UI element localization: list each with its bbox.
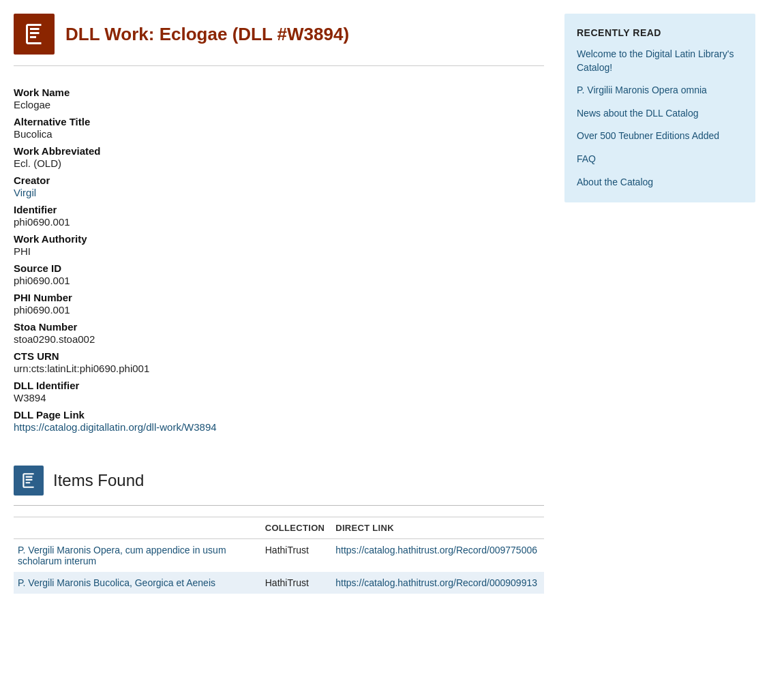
recently-read-list: Welcome to the Digital Latin Library's C… [577,48,743,189]
dll-identifier-label: DLL Identifier [14,380,544,391]
phi-number-label: PHI Number [14,292,544,303]
row-title: P. Vergili Maronis Opera, cum appendice … [14,539,261,573]
recently-read-item: P. Virgilii Maronis Opera omnia [577,84,743,97]
recently-read-link[interactable]: P. Virgilii Maronis Opera omnia [577,85,707,95]
book-svg [22,22,46,46]
items-header: Items Found [14,459,544,496]
cts-urn-row: CTS URN urn:cts:latinLit:phi0690.phi001 [14,350,544,374]
row-direct-link: https://catalog.hathitrust.org/Record/00… [331,539,544,573]
recently-read-title: RECENTLY READ [577,27,743,38]
items-table: COLLECTION DIRECT LINK P. Vergili Maroni… [14,517,544,594]
recently-read-box: RECENTLY READ Welcome to the Digital Lat… [564,14,755,202]
table-row: P. Vergili Maronis Bucolica, Georgica et… [14,572,544,594]
items-book-svg [20,472,37,489]
items-divider [14,505,544,506]
cts-urn-label: CTS URN [14,350,544,362]
recently-read-item: FAQ [577,153,743,166]
items-found-title: Items Found [53,471,144,490]
col-title [14,517,261,539]
row-collection: HathiTrust [261,572,332,594]
creator-link[interactable]: Virgil [14,187,36,198]
table-body: P. Vergili Maronis Opera, cum appendice … [14,539,544,594]
alt-title-row: Alternative Title Bucolica [14,116,544,140]
sidebar: RECENTLY READ Welcome to the Digital Lat… [564,14,755,594]
phi-number-row: PHI Number phi0690.001 [14,292,544,316]
recently-read-item: Over 500 Teubner Editions Added [577,130,743,143]
identifier-value: phi0690.001 [14,216,544,228]
creator-label: Creator [14,174,544,186]
dll-identifier-row: DLL Identifier W3894 [14,380,544,404]
work-authority-row: Work Authority PHI [14,233,544,257]
stoa-number-value: stoa0290.stoa002 [14,333,544,345]
recently-read-link[interactable]: About the Catalog [577,177,653,187]
direct-link-anchor[interactable]: https://catalog.hathitrust.org/Record/00… [335,545,537,556]
recently-read-link[interactable]: Welcome to the Digital Latin Library's C… [577,48,734,73]
work-abbreviated-value: Ecl. (OLD) [14,157,544,169]
source-id-value: phi0690.001 [14,275,544,286]
dll-identifier-value: W3894 [14,392,544,404]
creator-row: Creator Virgil [14,174,544,198]
phi-number-value: phi0690.001 [14,304,544,316]
row-title: P. Vergili Maronis Bucolica, Georgica et… [14,572,261,594]
alt-title-value: Bucolica [14,128,544,140]
work-authority-label: Work Authority [14,233,544,245]
work-abbreviated-label: Work Abbreviated [14,145,544,157]
dll-page-link[interactable]: https://catalog.digitallatin.org/dll-wor… [14,421,217,433]
work-abbreviated-row: Work Abbreviated Ecl. (OLD) [14,145,544,169]
identifier-row: Identifier phi0690.001 [14,204,544,228]
row-title-link[interactable]: P. Vergili Maronis Bucolica, Georgica et… [18,577,215,588]
row-title-link[interactable]: P. Vergili Maronis Opera, cum appendice … [18,545,226,566]
alt-title-label: Alternative Title [14,116,544,127]
cts-urn-value: urn:cts:latinLit:phi0690.phi001 [14,363,544,374]
row-direct-link: https://catalog.hathitrust.org/Record/00… [331,572,544,594]
direct-link-anchor[interactable]: https://catalog.hathitrust.org/Record/00… [335,577,537,588]
row-collection: HathiTrust [261,539,332,573]
stoa-number-label: Stoa Number [14,321,544,333]
recently-read-item: Welcome to the Digital Latin Library's C… [577,48,743,74]
work-name-row: Work Name Eclogae [14,87,544,110]
recently-read-item: About the Catalog [577,176,743,189]
identifier-label: Identifier [14,204,544,215]
items-icon [14,466,44,496]
dll-page-link-value: https://catalog.digitallatin.org/dll-wor… [14,421,544,433]
work-name-value: Eclogae [14,99,544,110]
page-title: DLL Work: Eclogae (DLL #W3894) [65,24,349,45]
dll-page-link-row: DLL Page Link https://catalog.digitallat… [14,409,544,433]
source-id-label: Source ID [14,262,544,274]
work-authority-value: PHI [14,245,544,257]
recently-read-link[interactable]: News about the DLL Catalog [577,108,698,119]
dll-page-link-label: DLL Page Link [14,409,544,421]
source-id-row: Source ID phi0690.001 [14,262,544,286]
metadata-section: Work Name Eclogae Alternative Title Buco… [14,80,544,452]
table-header-row: COLLECTION DIRECT LINK [14,517,544,539]
work-name-label: Work Name [14,87,544,98]
recently-read-item: News about the DLL Catalog [577,107,743,121]
recently-read-link[interactable]: Over 500 Teubner Editions Added [577,130,719,141]
page-header: DLL Work: Eclogae (DLL #W3894) [14,14,544,66]
recently-read-link[interactable]: FAQ [577,153,596,164]
table-header: COLLECTION DIRECT LINK [14,517,544,539]
col-direct-link: DIRECT LINK [331,517,544,539]
col-collection: COLLECTION [261,517,332,539]
creator-value: Virgil [14,187,544,198]
table-row: P. Vergili Maronis Opera, cum appendice … [14,539,544,573]
book-icon [14,14,55,55]
main-content: DLL Work: Eclogae (DLL #W3894) Work Name… [14,14,544,594]
stoa-number-row: Stoa Number stoa0290.stoa002 [14,321,544,345]
